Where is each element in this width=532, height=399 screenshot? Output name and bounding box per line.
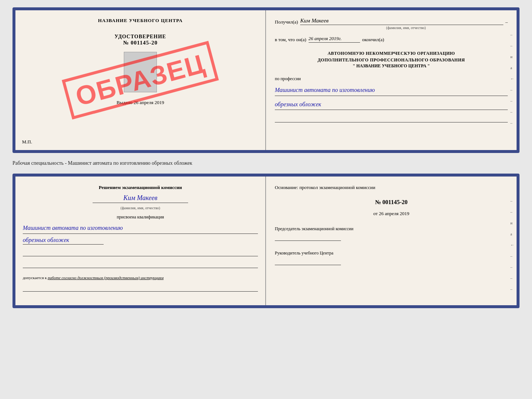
dopuskaetsia-italic: работе согласно должностным (производств… bbox=[48, 275, 163, 280]
profession-line1: Машинист автомата по изготовлению bbox=[275, 85, 508, 96]
vydano-line: Выдано 26 апреля 2019 bbox=[116, 100, 164, 106]
udost-label: УДОСТОВЕРЕНИЕ bbox=[115, 34, 166, 40]
bottom-fio-name: Ким Макеев bbox=[93, 194, 188, 203]
predsedatel-sign-line bbox=[275, 234, 341, 241]
dash: – bbox=[506, 19, 508, 25]
ruk-sign-line bbox=[275, 258, 341, 265]
mp-label: М.П. bbox=[22, 139, 32, 145]
ot-label: от bbox=[373, 211, 378, 216]
rukovoditel-block: Руководитель учебного Центра bbox=[275, 250, 508, 265]
blank-line-1 bbox=[23, 249, 258, 256]
top-doc-left: НАЗВАНИЕ УЧЕБНОГО ЦЕНТРА УДОСТОВЕРЕНИЕ №… bbox=[15, 10, 266, 150]
recipient-name: Ким Макеев bbox=[300, 18, 503, 25]
poluchil-label: Получил(а) bbox=[275, 19, 298, 25]
top-title: НАЗВАНИЕ УЧЕБНОГО ЦЕНТРА bbox=[98, 18, 183, 24]
ot-date: 26 апреля 2019 bbox=[379, 211, 409, 216]
udost-number: № 001145-20 bbox=[115, 40, 166, 46]
protocol-number: № 001145-20 bbox=[275, 199, 508, 206]
top-doc-right: Получил(а) Ким Макеев – (фамилия, имя, о… bbox=[266, 10, 517, 150]
qual-line1: Машинист автомата по изготовлению bbox=[23, 223, 258, 234]
qual-line2: обрезных обложек bbox=[23, 237, 104, 245]
separator-label: Рабочая специальность - Машинист автомат… bbox=[12, 159, 520, 168]
vydano-date: 26 апреля 2019 bbox=[134, 100, 164, 105]
bottom-document: Решением экзаменационной комиссии Ким Ма… bbox=[12, 174, 520, 308]
dopuskaetsia-text: допускается к работе согласно должностны… bbox=[23, 275, 163, 281]
vtom-row: в том, что он(а) 26 апреля 2019г. окончи… bbox=[275, 36, 508, 43]
dopuskaetsia-label: допускается к bbox=[23, 275, 47, 280]
resheniem-text: Решением экзаменационной комиссии bbox=[23, 184, 258, 191]
fio-subtext-top: (фамилия, имя, отчество) bbox=[304, 26, 508, 30]
vtom-date: 26 апреля 2019г. bbox=[309, 36, 360, 43]
bottom-doc-left: Решением экзаменационной комиссии Ким Ма… bbox=[15, 177, 266, 305]
proprofessii-label: по профессии bbox=[275, 76, 508, 82]
bottom-doc-right: Основание: протокол экзаменационной коми… bbox=[266, 177, 517, 305]
top-document: НАЗВАНИЕ УЧЕБНОГО ЦЕНТРА УДОСТОВЕРЕНИЕ №… bbox=[12, 7, 520, 153]
org-line2: ДОПОЛНИТЕЛЬНОГО ПРОФЕССИОНАЛЬНОГО ОБРАЗО… bbox=[275, 57, 508, 63]
bottom-underline bbox=[23, 285, 258, 292]
profession-line2: обрезных обложек bbox=[275, 100, 508, 110]
ruk-label: Руководитель учебного Центра bbox=[275, 250, 508, 256]
right-side-marks: – – и а ← – – – – bbox=[510, 32, 514, 125]
org-name: " НАЗВАНИЕ УЧЕБНОГО ЦЕНТРА " bbox=[275, 63, 508, 69]
vydano-label: Выдано bbox=[116, 100, 132, 105]
right-side-marks-bottom: – – и а ← – – – – bbox=[510, 199, 514, 291]
udostoverenie-block: УДОСТОВЕРЕНИЕ № 001145-20 bbox=[115, 34, 166, 46]
bottom-fio-sub: (фамилия, имя, отчество) bbox=[121, 206, 160, 210]
poluchil-row: Получил(а) Ким Макеев – (фамилия, имя, о… bbox=[275, 18, 508, 30]
predsedatel-label: Председатель экзаменационной комиссии bbox=[275, 225, 508, 232]
vtom-okoncil: окончил(а) bbox=[362, 37, 384, 43]
vtom-label: в том, что он(а) bbox=[275, 37, 306, 43]
org-line1: АВТОНОМНУЮ НЕКОММЕРЧЕСКУЮ ОРГАНИЗАЦИЮ bbox=[275, 50, 508, 57]
osnovanie-text: Основание: протокол экзаменационной коми… bbox=[275, 184, 508, 192]
org-block: АВТОНОМНУЮ НЕКОММЕРЧЕСКУЮ ОРГАНИЗАЦИЮ ДО… bbox=[275, 50, 508, 69]
prisvoena-text: присвоена квалификация bbox=[23, 214, 258, 220]
ot-line: от 26 апреля 2019 bbox=[275, 211, 508, 217]
photo-placeholder bbox=[124, 52, 157, 92]
blank-line-2 bbox=[23, 261, 258, 268]
predsedatel-block: Председатель экзаменационной комиссии bbox=[275, 225, 508, 241]
profession-blank-line bbox=[275, 114, 508, 122]
